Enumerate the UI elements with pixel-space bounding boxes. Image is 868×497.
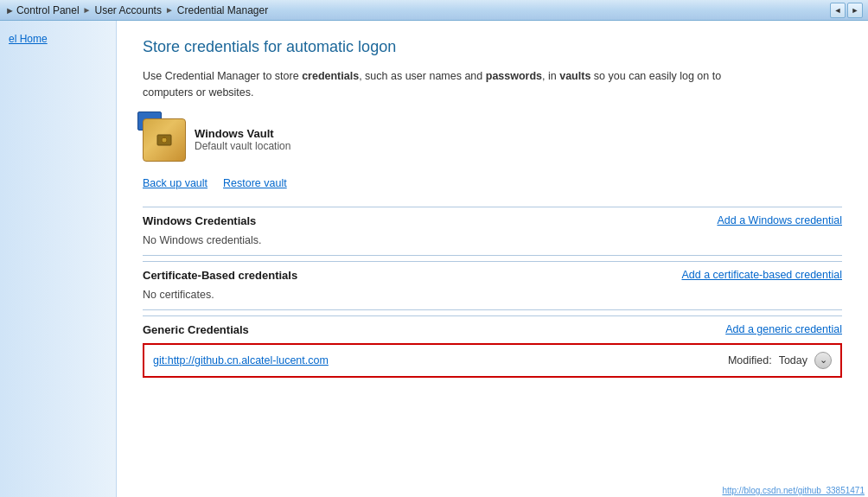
windows-credentials-section: Windows Credentials Add a Windows creden…	[143, 207, 842, 256]
description: Use Credential Manager to store credenti…	[143, 68, 748, 101]
certificate-cred-title: Certificate-Based credentials	[143, 269, 297, 282]
certificate-cred-empty: No certificates.	[143, 285, 842, 310]
credential-name-link[interactable]: git:http://github.cn.alcatel-lucent.com	[153, 354, 329, 366]
modified-label: Modified:	[728, 354, 772, 366]
breadcrumb-control-panel[interactable]: Control Panel	[16, 4, 80, 16]
breadcrumb-sep-1: ►	[83, 5, 92, 15]
vault-icon	[143, 118, 186, 162]
modified-value: Today	[779, 354, 807, 366]
restore-vault-link[interactable]: Restore vault	[223, 177, 287, 189]
add-certificate-credential-link[interactable]: Add a certificate-based credential	[681, 269, 842, 281]
generic-cred-title: Generic Credentials	[143, 323, 249, 336]
add-generic-credential-link[interactable]: Add a generic credential	[725, 323, 842, 335]
generic-credentials-section: Generic Credentials Add a generic creden…	[143, 315, 842, 378]
backup-vault-link[interactable]: Back up vault	[143, 177, 207, 189]
breadcrumb-user-accounts[interactable]: User Accounts	[95, 4, 162, 16]
windows-cred-title: Windows Credentials	[143, 214, 256, 227]
add-windows-credential-link[interactable]: Add a Windows credential	[717, 214, 842, 226]
back-btn[interactable]: ◄	[830, 3, 846, 18]
sidebar: el Home	[0, 21, 117, 497]
generic-credential-item: git:http://github.cn.alcatel-lucent.com …	[143, 343, 842, 378]
forward-btn[interactable]: ►	[847, 3, 863, 18]
vault-safe-icon	[143, 118, 186, 162]
vault-text: Windows Vault Default vault location	[195, 127, 290, 152]
windows-cred-header: Windows Credentials Add a Windows creden…	[143, 207, 842, 231]
breadcrumb-credential-manager: Credential Manager	[177, 4, 268, 16]
watermark: http://blog.csdn.net/github_33851471	[722, 486, 865, 495]
credential-expand-button[interactable]: ⌄	[814, 352, 832, 369]
vault-section: Windows Vault Default vault location	[143, 118, 842, 162]
windows-cred-empty: No Windows credentials.	[143, 231, 842, 256]
content-area: Store credentials for automatic logon Us…	[117, 21, 868, 497]
credential-meta: Modified: Today ⌄	[728, 352, 832, 369]
vault-name: Windows Vault	[195, 127, 290, 140]
breadcrumb-arrow: ►	[5, 5, 15, 16]
breadcrumb-sep-2: ►	[165, 5, 174, 15]
vault-action-links: Back up vault Restore vault	[143, 177, 842, 189]
certificate-cred-header: Certificate-Based credentials Add a cert…	[143, 261, 842, 285]
breadcrumb: ► Control Panel ► User Accounts ► Creden…	[5, 4, 268, 16]
page-title: Store credentials for automatic logon	[143, 38, 842, 56]
title-bar: ► Control Panel ► User Accounts ► Creden…	[0, 0, 868, 21]
generic-cred-header: Generic Credentials Add a generic creden…	[143, 315, 842, 340]
svg-rect-2	[163, 137, 165, 138]
titlebar-controls: ◄ ►	[830, 3, 863, 18]
sidebar-home-link[interactable]: el Home	[0, 29, 116, 48]
certificate-credentials-section: Certificate-Based credentials Add a cert…	[143, 261, 842, 310]
vault-description: Default vault location	[195, 140, 290, 152]
